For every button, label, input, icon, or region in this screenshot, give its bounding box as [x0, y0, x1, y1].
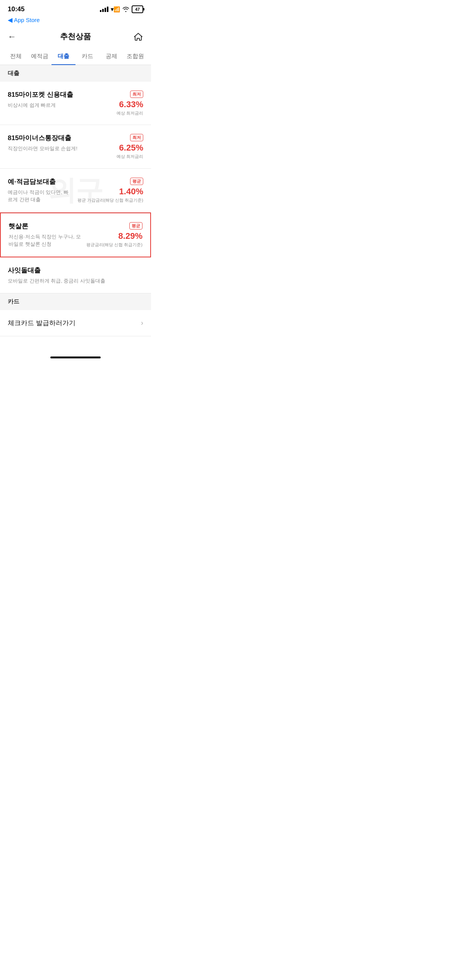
product-name: 사잇돌대출	[8, 266, 139, 275]
product-list: 815마이포켓 신용대출 비상시에 쉽게 빠르게 최저 6.33% 예상 최저금…	[0, 82, 151, 293]
rate-value: 6.33%	[97, 99, 143, 110]
product-name: 햇살론	[9, 222, 82, 231]
rate-desc: 평균 가감금리(해당 신협 취급기준)	[77, 197, 144, 203]
rate-badge: 최저	[130, 91, 143, 98]
product-item[interactable]: 사잇돌대출 모바일로 간편하게 취급, 중금리 사잇돌대출	[0, 257, 151, 294]
home-bar	[50, 356, 101, 358]
tab-all[interactable]: 전체	[4, 48, 28, 65]
product-name: 815마이포켓 신용대출	[8, 90, 92, 99]
tab-loan[interactable]: 대출	[51, 48, 76, 65]
product-item-highlighted[interactable]: 햇살론 저신용·저소득 직장인 누구나, 모바일로 햇살론 신청 평균 8.29…	[0, 212, 151, 257]
rate-desc: 평균금리(해당 신협 취급기준)	[86, 242, 142, 248]
product-info: 사잇돌대출 모바일로 간편하게 취급, 중금리 사잇돌대출	[8, 266, 143, 285]
product-desc: 비상시에 쉽게 빠르게	[8, 101, 92, 109]
product-desc: 모바일로 간편하게 취급, 중금리 사잇돌대출	[8, 277, 139, 285]
tab-card[interactable]: 카드	[76, 48, 100, 65]
card-link-arrow-icon: ›	[141, 319, 143, 327]
product-info: 815마이너스통장대출 직장인이라면 모바일로 손쉽게!	[8, 134, 97, 152]
card-section-header: 카드	[0, 293, 151, 310]
product-desc: 직장인이라면 모바일로 손쉽게!	[8, 145, 92, 152]
home-button[interactable]	[128, 32, 143, 42]
product-info: 햇살론 저신용·저소득 직장인 누구나, 모바일로 햇살론 신청	[9, 222, 86, 248]
product-rate: 평균 8.29% 평균금리(해당 신협 취급기준)	[86, 222, 142, 248]
rate-value: 1.40%	[77, 187, 144, 197]
tab-savings[interactable]: 예적금	[28, 48, 52, 65]
product-info: 예·적금담보대출 예금이나 적금이 있다면, 빠르게 간편 대출	[8, 177, 77, 204]
product-info: 815마이포켓 신용대출 비상시에 쉽게 빠르게	[8, 90, 97, 109]
product-item[interactable]: 815마이너스통장대출 직장인이라면 모바일로 손쉽게! 최저 6.25% 예상…	[0, 125, 151, 168]
wifi-icon: ▾📶	[111, 6, 120, 12]
rate-badge: 평균	[129, 222, 142, 230]
rate-desc: 예상 최저금리	[97, 154, 143, 159]
status-time: 10:45	[8, 5, 24, 13]
rate-badge: 평균	[130, 178, 143, 185]
rate-desc: 예상 최저금리	[97, 110, 143, 116]
signal-icon	[100, 7, 108, 12]
product-item[interactable]: 815마이포켓 신용대출 비상시에 쉽게 빠르게 최저 6.33% 예상 최저금…	[0, 82, 151, 125]
rate-value: 8.29%	[86, 231, 142, 241]
loan-section-header: 대출	[0, 65, 151, 82]
rate-badge: 최저	[130, 134, 143, 141]
product-rate: 최저 6.25% 예상 최저금리	[97, 134, 143, 159]
product-rate: 평균 1.40% 평균 가감금리(해당 신협 취급기준)	[77, 177, 144, 203]
status-bar: 10:45 ▾📶 47	[0, 0, 151, 15]
product-name: 예·적금담보대출	[8, 177, 73, 186]
back-chevron-icon: ◀	[8, 16, 12, 24]
back-button[interactable]: ←	[8, 32, 23, 42]
battery-icon: 47	[132, 5, 143, 13]
home-indicator	[0, 352, 151, 362]
wifi-icon	[122, 7, 129, 12]
status-icons: ▾📶 47	[100, 5, 143, 13]
product-desc: 예금이나 적금이 있다면, 빠르게 간편 대출	[8, 188, 73, 204]
page-title: 추천상품	[23, 31, 128, 42]
rate-value: 6.25%	[97, 143, 143, 153]
app-store-label: App Store	[14, 17, 40, 23]
tab-bar: 전체 예적금 대출 카드 공제 조합원	[0, 48, 151, 65]
page-header: ← 추천상품	[0, 27, 151, 48]
product-desc: 저신용·저소득 직장인 누구나, 모바일로 햇살론 신청	[9, 233, 82, 248]
card-link-label: 체크카드 발급하러가기	[8, 319, 76, 327]
app-store-back[interactable]: ◀ App Store	[0, 15, 151, 27]
product-name: 815마이너스통장대출	[8, 134, 92, 142]
tab-member[interactable]: 조합원	[123, 48, 147, 65]
product-rate: 최저 6.33% 예상 최저금리	[97, 90, 143, 116]
card-link-item[interactable]: 체크카드 발급하러가기 ›	[0, 310, 151, 336]
product-item[interactable]: 의구 예·적금담보대출 예금이나 적금이 있다면, 빠르게 간편 대출 평균 1…	[0, 169, 151, 212]
home-icon	[133, 32, 143, 42]
tab-deduction[interactable]: 공제	[100, 48, 124, 65]
